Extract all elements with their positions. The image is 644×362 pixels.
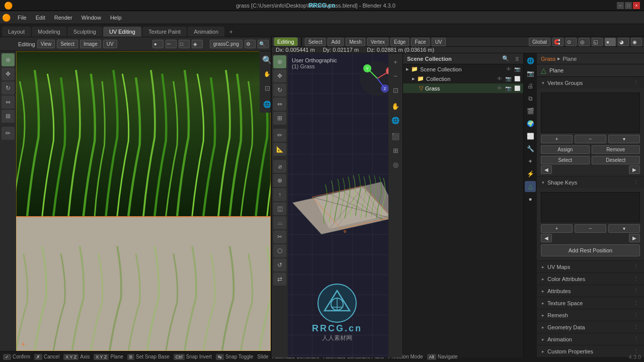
props-icon-material[interactable]: ●: [525, 194, 536, 205]
snapping-icon[interactable]: 🧲: [552, 38, 564, 46]
remesh-header[interactable]: ▸ Remesh ⋮: [537, 309, 644, 321]
snap-base-key[interactable]: B: [127, 354, 134, 360]
vg-assign-btn[interactable]: Assign: [541, 145, 590, 154]
viewport-vertex-btn[interactable]: Vertex: [367, 38, 388, 46]
texture-space-header[interactable]: ▸ Texture Space ⋮: [537, 297, 644, 309]
props-icon-modifiers[interactable]: 🔧: [525, 143, 536, 154]
ts-menu-icon[interactable]: ⋮: [633, 300, 639, 306]
uv-select-btn[interactable]: Select: [57, 40, 78, 48]
uv-settings-btn[interactable]: ⚙: [245, 40, 256, 48]
uv-select-mode-edge[interactable]: ─: [166, 40, 177, 48]
viewport-select-btn[interactable]: Select: [305, 38, 326, 46]
plane-key[interactable]: X Y Z: [94, 354, 109, 360]
uv-menu-icon[interactable]: ⋮: [633, 263, 639, 270]
vg-list[interactable]: [541, 93, 640, 133]
tab-sculpting[interactable]: Sculpting: [67, 27, 102, 37]
tab-animation[interactable]: Animation: [188, 27, 224, 37]
viewport-edge-btn[interactable]: Edge: [390, 38, 409, 46]
uv-zoom-btn[interactable]: 🔍: [258, 40, 269, 48]
confirm-key[interactable]: ✓: [3, 354, 11, 360]
vg-menu-icon[interactable]: ⋮: [633, 79, 639, 86]
viewport-add-btn[interactable]: Add: [328, 38, 344, 46]
collection-select-icon[interactable]: ⬜: [514, 76, 520, 81]
grass-eye-icon[interactable]: 👁: [497, 85, 502, 91]
anim-menu-icon[interactable]: ⋮: [633, 336, 639, 342]
sk-next-btn[interactable]: ▶: [629, 234, 640, 242]
viewport-shading-solid[interactable]: ●: [605, 38, 616, 46]
rotate-tool[interactable]: ↻: [2, 81, 15, 95]
viewport-mode-selector[interactable]: Editing: [274, 37, 298, 46]
menu-window[interactable]: Window: [77, 14, 105, 22]
viewport-view-ortho-btn[interactable]: 🌐: [389, 114, 402, 127]
uv-maps-header[interactable]: ▸ UV Maps ⋮: [537, 261, 644, 273]
tab-texture-paint[interactable]: Texture Paint: [142, 27, 187, 37]
viewport-mesh-btn[interactable]: Mesh: [346, 38, 365, 46]
viewport-zoom-in-btn[interactable]: +: [389, 55, 402, 68]
uv-select-mode-face[interactable]: □: [179, 40, 190, 48]
uv-uv-btn[interactable]: UV: [103, 40, 117, 48]
attr-menu-icon[interactable]: ⋮: [633, 288, 639, 294]
props-icon-world[interactable]: 🌍: [525, 118, 536, 129]
outliner-filter-btn[interactable]: ⧖: [515, 55, 519, 62]
tab-layout[interactable]: Layout: [2, 27, 31, 37]
props-icon-output[interactable]: 🖨: [525, 80, 536, 92]
animation-header[interactable]: ▸ Animation ⋮: [537, 333, 644, 345]
xray-btn[interactable]: ◱: [592, 38, 603, 46]
uv-fit-btn[interactable]: ⊡: [261, 81, 271, 95]
shape-keys-header[interactable]: ▾ Shape Keys ⋮: [537, 176, 644, 188]
props-icon-physics[interactable]: ⚡: [525, 168, 536, 179]
grass-render-icon[interactable]: 📷: [505, 85, 511, 91]
vertex-groups-header[interactable]: ▾ Vertex Groups ⋮: [537, 77, 644, 88]
collection-eye-icon[interactable]: 👁: [497, 76, 502, 81]
viewport-uv-btn[interactable]: UV: [432, 38, 446, 46]
tab-modeling[interactable]: Modeling: [32, 27, 66, 37]
viewport-zoom-out-btn[interactable]: −: [389, 69, 402, 82]
uv-view-btn[interactable]: View: [37, 40, 55, 48]
uv-zoom-in-btn[interactable]: 🔍: [261, 53, 271, 66]
uv-pan-btn[interactable]: ✋: [261, 67, 271, 80]
uv-image-btn[interactable]: Image: [80, 40, 101, 48]
menu-help[interactable]: Help: [106, 14, 126, 22]
viewport-shading-render[interactable]: ◉: [631, 38, 642, 46]
overlay-btn[interactable]: ◎: [579, 38, 590, 46]
navigate-key[interactable]: Alt: [427, 354, 437, 360]
cursor-tool[interactable]: ⊕: [2, 53, 15, 66]
sk-menu-icon[interactable]: ⋮: [633, 179, 639, 186]
uv-select-mode-island[interactable]: ◈: [192, 40, 203, 48]
color-attributes-header[interactable]: ▸ Color Attributes ⋮: [537, 273, 644, 285]
viewport-overlay-toggle[interactable]: ◎: [389, 158, 402, 171]
props-icon-object[interactable]: ⬜: [525, 131, 536, 142]
grass-object-item[interactable]: ▽ Grass 👁 📷 ⬜: [403, 83, 523, 93]
transform-tool[interactable]: ⊞: [2, 110, 15, 123]
maximize-btn[interactable]: □: [625, 2, 632, 9]
gd-menu-icon[interactable]: ⋮: [633, 324, 639, 330]
minimize-btn[interactable]: −: [617, 2, 624, 9]
sk-more-btn[interactable]: ▾: [608, 224, 640, 233]
viewport-pan-btn[interactable]: ✋: [389, 100, 402, 113]
sk-add-btn[interactable]: +: [541, 224, 573, 233]
uv-viewport[interactable]: + 🔍 ✋ ⊡ 🌐: [16, 51, 271, 351]
geometry-data-header[interactable]: ▸ Geometry Data ⋮: [537, 321, 644, 333]
3d-viewport[interactable]: ⊕ ✥ ↻ ⇔ ⊞ ✏ 📐 ⌀ ⊕ ↑ ◫ ⌓ ✂ ⬡ ↺ ⇄: [272, 53, 403, 357]
outliner-search-icon[interactable]: 🔍: [502, 55, 509, 62]
viewport-face-btn[interactable]: Face: [411, 38, 429, 46]
close-btn[interactable]: ×: [633, 2, 640, 9]
collection-render-icon[interactable]: 📷: [505, 76, 511, 81]
cancel-key[interactable]: ✗: [34, 354, 42, 360]
tab-add[interactable]: +: [225, 27, 236, 37]
grass-select-icon[interactable]: ⬜: [514, 85, 520, 91]
custom-properties-header[interactable]: ▸ Custom Properties ⋮: [537, 345, 644, 357]
props-icon-view-layer[interactable]: ⧉: [525, 93, 536, 104]
snap-toggle-key[interactable]: ↹: [216, 354, 224, 360]
proportional-edit-btn[interactable]: ⊙: [566, 38, 577, 46]
vg-prev-btn[interactable]: ◀: [541, 165, 552, 174]
vg-next-btn[interactable]: ▶: [629, 165, 640, 174]
ca-menu-icon[interactable]: ⋮: [633, 276, 639, 282]
vg-remove-sel-btn[interactable]: Remove: [592, 145, 640, 154]
vg-desel-btn[interactable]: Deselect: [592, 156, 640, 164]
uv-view-ortho-btn[interactable]: 🌐: [261, 98, 271, 111]
props-icon-scene2[interactable]: 🎬: [525, 106, 536, 117]
scene-collection-item[interactable]: ▸ 📁 Scene Collection 👁 📷: [403, 64, 523, 74]
global-transform-btn[interactable]: Global: [529, 38, 550, 46]
scene-collection-render[interactable]: 📷: [514, 66, 520, 72]
